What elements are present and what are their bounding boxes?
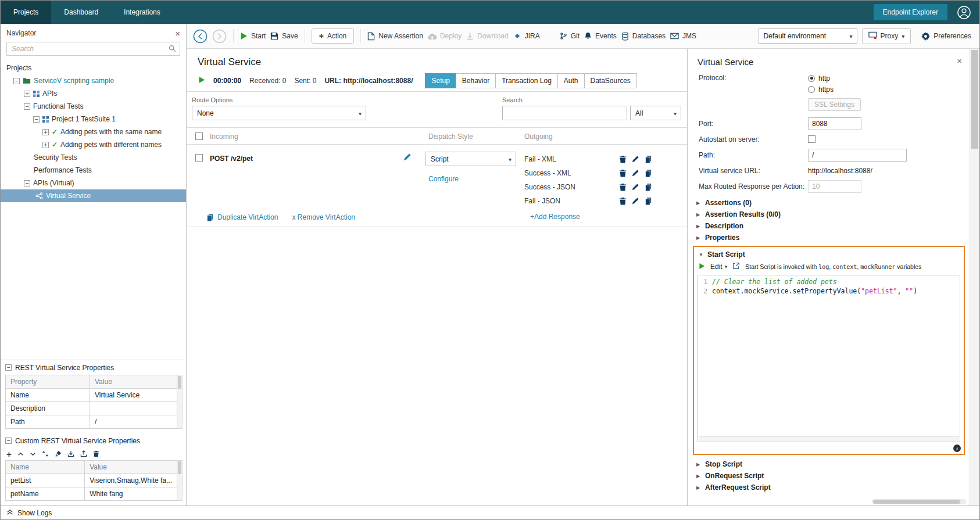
scrollbar-thumb[interactable]	[971, 50, 978, 149]
panel-close-icon[interactable]: ×	[957, 56, 962, 65]
autostart-checkbox[interactable]	[808, 135, 816, 143]
endpoint-explorer-button[interactable]: Endpoint Explorer	[874, 4, 947, 20]
delete-response-icon[interactable]	[619, 169, 627, 177]
clone-response-icon[interactable]	[645, 183, 652, 191]
section-assertion-results[interactable]: ▶ Assertion Results (0/0)	[696, 209, 970, 220]
edit-response-icon[interactable]	[632, 169, 639, 177]
virtaction-search-input[interactable]	[502, 106, 627, 120]
property-row-petname[interactable]: petName White fang	[6, 487, 177, 501]
table-scrollbar[interactable]	[177, 375, 183, 429]
clone-response-icon[interactable]	[645, 155, 652, 163]
tree-node-test-same-name[interactable]: + ✓ Adding pets with the same name	[1, 125, 186, 138]
expander-open-icon[interactable]: −	[24, 103, 30, 110]
tab-auth[interactable]: Auth	[557, 73, 585, 88]
remove-virtaction-link[interactable]: x Remove VirtAction	[292, 213, 356, 221]
edit-virtaction-icon[interactable]	[403, 153, 412, 163]
path-input[interactable]	[808, 149, 907, 162]
user-account-icon[interactable]	[957, 5, 971, 20]
navigator-close-icon[interactable]: ×	[175, 29, 180, 38]
clear-properties-icon[interactable]	[55, 450, 62, 457]
clone-response-icon[interactable]	[645, 197, 652, 205]
add-property-icon[interactable]: +	[6, 451, 12, 457]
move-up-icon[interactable]	[17, 451, 24, 457]
property-row-path[interactable]: Path /	[6, 415, 177, 429]
run-script-icon[interactable]	[699, 263, 705, 271]
ssl-settings-button[interactable]: SSL Settings	[808, 98, 861, 111]
nav-tab-dashboard[interactable]: Dashboard	[51, 1, 111, 24]
tree-node-test-diff-name[interactable]: + ✓ Adding pets with different names	[1, 138, 186, 151]
run-virtual-service-icon[interactable]	[198, 76, 205, 85]
delete-response-icon[interactable]	[619, 183, 627, 191]
virtaction-checkbox[interactable]	[195, 154, 203, 162]
import-properties-icon[interactable]	[67, 450, 74, 457]
section-properties[interactable]: ▶ Properties	[696, 232, 970, 243]
sort-icon[interactable]	[42, 450, 49, 457]
property-row-petlist[interactable]: petList Viserion,Smaug,White fa...	[6, 474, 177, 487]
property-row-name[interactable]: Name Virtual Service	[6, 389, 177, 402]
navigate-forward-button[interactable]	[212, 29, 227, 44]
select-all-checkbox[interactable]	[195, 132, 203, 140]
navigate-back-button[interactable]	[193, 29, 208, 44]
section-start-script[interactable]: ▼ Start Script	[698, 249, 960, 260]
expander-open-icon[interactable]: −	[24, 180, 30, 187]
deploy-button[interactable]: Deploy	[428, 32, 462, 40]
protocol-http-radio[interactable]: http	[808, 73, 834, 84]
tree-node-projects[interactable]: Projects	[1, 62, 186, 74]
save-button[interactable]: Save	[270, 32, 298, 40]
route-options-select[interactable]: None	[192, 106, 366, 120]
open-in-window-icon[interactable]	[732, 262, 740, 271]
download-button[interactable]: Download	[466, 32, 508, 40]
configure-link[interactable]: Configure	[428, 175, 459, 183]
tree-node-functional-tests[interactable]: − Functional Tests	[1, 100, 186, 113]
delete-response-icon[interactable]	[619, 155, 627, 163]
delete-property-icon[interactable]	[93, 450, 99, 457]
vertical-scrollbar[interactable]	[970, 49, 979, 505]
tree-node-virtual-service[interactable]: Virtual Service	[1, 189, 186, 202]
script-edit-dropdown[interactable]: Edit ▾	[710, 263, 727, 271]
section-stop-script[interactable]: ▶ Stop Script	[696, 458, 970, 470]
editor-scrollbar[interactable]	[699, 436, 959, 441]
tree-node-testsuite[interactable]: − Project 1 TestSuite 1	[1, 113, 186, 125]
navigator-search-input[interactable]	[6, 42, 180, 56]
edit-response-icon[interactable]	[632, 183, 639, 191]
expander-open-icon[interactable]: −	[33, 116, 40, 123]
action-button[interactable]: + Action	[312, 28, 355, 44]
move-down-icon[interactable]	[30, 451, 36, 457]
duplicate-virtaction-link[interactable]: Duplicate VirtAction	[206, 213, 278, 221]
property-row-description[interactable]: Description	[6, 402, 177, 415]
new-assertion-button[interactable]: New Assertion	[367, 32, 423, 41]
search-filter-select[interactable]: All	[630, 106, 681, 120]
environment-select[interactable]: Default environment	[759, 28, 857, 44]
tab-transaction-log[interactable]: Transaction Log	[495, 73, 558, 88]
protocol-https-radio[interactable]: https	[808, 84, 834, 95]
max-routed-input[interactable]	[808, 180, 861, 193]
section-afterrequest-script[interactable]: ▶ AfterRequest Script	[696, 482, 970, 493]
table-scrollbar[interactable]	[177, 460, 183, 501]
delete-response-icon[interactable]	[619, 197, 627, 205]
tree-node-performance-tests[interactable]: Performance Tests	[1, 164, 186, 177]
start-button[interactable]: Start	[240, 32, 266, 40]
start-script-editor[interactable]: 1 // Clear the list of added pets 2 cont…	[698, 275, 960, 442]
tab-setup[interactable]: Setup	[425, 73, 456, 88]
jira-button[interactable]: JIRA	[513, 32, 540, 40]
git-button[interactable]: Git	[560, 32, 580, 40]
jms-button[interactable]: JMS	[670, 32, 696, 40]
events-button[interactable]: Events	[584, 32, 617, 40]
expander-closed-icon[interactable]: +	[42, 142, 49, 148]
tab-datasources[interactable]: DataSources	[584, 73, 637, 88]
tree-node-servicev-project[interactable]: − ServiceV scripting sample	[1, 74, 186, 87]
expand-logs-icon[interactable]	[6, 508, 13, 517]
nav-tab-integrations[interactable]: Integrations	[111, 1, 173, 24]
tree-node-security-tests[interactable]: Security Tests	[1, 151, 186, 164]
tree-node-apis-virtual[interactable]: − APIs (Virtual)	[1, 177, 186, 189]
section-collapse-icon[interactable]: −	[5, 437, 12, 444]
expander-closed-icon[interactable]: +	[42, 129, 49, 135]
add-response-link[interactable]: +Add Response	[530, 213, 580, 221]
info-icon[interactable]: i	[953, 444, 961, 452]
export-properties-icon[interactable]	[80, 450, 87, 457]
section-assertions[interactable]: ▶ Assertions (0)	[696, 197, 970, 209]
section-onrequest-script[interactable]: ▶ OnRequest Script	[696, 470, 970, 482]
tree-node-apis[interactable]: + APIs	[1, 87, 186, 100]
clone-response-icon[interactable]	[645, 169, 652, 177]
edit-response-icon[interactable]	[632, 197, 639, 205]
